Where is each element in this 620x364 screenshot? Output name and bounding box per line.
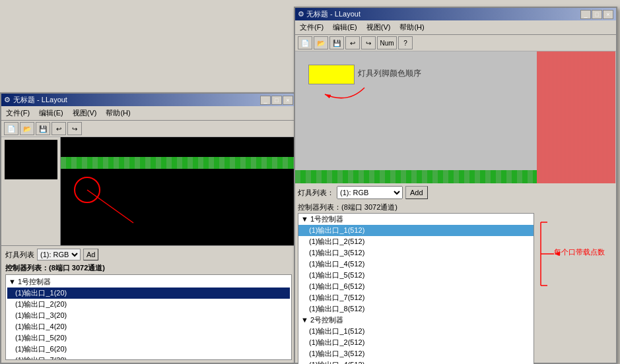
main-win-controls[interactable]: _ □ × xyxy=(580,10,613,19)
main-menu-bar: 文件(F) 编辑(E) 视图(V) 帮助(H) xyxy=(295,20,616,35)
port-annotation-svg xyxy=(534,213,613,345)
canvas-green-strip xyxy=(295,170,537,183)
bg-fixture-select[interactable]: (1): RGB xyxy=(37,249,81,260)
red-lines-area: // Draw many red vertical lines xyxy=(537,51,616,183)
bg-toolbar-undo[interactable]: ↩ xyxy=(52,122,66,135)
bg-menu-view[interactable]: 视图(V) xyxy=(71,107,99,119)
bg-toolbar-redo[interactable]: ↪ xyxy=(67,122,82,135)
svg-line-0 xyxy=(87,190,133,223)
main-fixture-add-btn[interactable]: Add xyxy=(405,186,428,199)
main-tree-port-1-7[interactable]: (1)输出口_7(512) xyxy=(298,292,534,303)
main-tree-port-1-3[interactable]: (1)输出口_3(512) xyxy=(298,247,534,258)
main-canvas: 灯具列脚颜色顺序 // Draw many red vertical lines xyxy=(295,51,616,183)
bg-toolbar-save[interactable]: 💾 xyxy=(36,122,50,135)
main-toolbar-new[interactable]: 📄 xyxy=(298,36,312,49)
main-tree-port-1-1[interactable]: (1)输出口_1(512) xyxy=(298,225,534,236)
bg-minimize-btn[interactable]: _ xyxy=(260,96,271,105)
main-bottom: 灯具列表： (1): RGB Add 控制器列表：(8端口 3072通道) ▼ … xyxy=(295,183,616,364)
bg-annotation-circle xyxy=(74,177,100,203)
bg-fixture-row: 灯具列表 (1): RGB Ad xyxy=(3,247,294,262)
main-maximize-btn[interactable]: □ xyxy=(592,10,602,19)
bg-tree-node-0[interactable]: ▼ 1号控制器 xyxy=(7,276,290,288)
main-menu-edit[interactable]: 编辑(E) xyxy=(331,22,359,33)
bg-toolbar: 📄 📂 💾 ↩ ↪ xyxy=(1,121,296,137)
bg-window-title: 无标题 - LLayout xyxy=(13,95,67,105)
bg-title-bar: ⚙ 无标题 - LLayout _ □ × xyxy=(1,94,296,106)
main-tree-port-1-5[interactable]: (1)输出口_5(512) xyxy=(298,270,534,281)
main-fixture-row: 灯具列表： (1): RGB Add xyxy=(298,186,613,199)
main-window: ⚙ 无标题 - LLayout _ □ × 文件(F) 编辑(E) 视图(V) … xyxy=(294,7,617,364)
main-toolbar-open[interactable]: 📂 xyxy=(314,36,328,49)
main-title-left: ⚙ 无标题 - LLayout xyxy=(298,9,361,19)
canvas-yellow-rect xyxy=(308,65,355,84)
color-order-annotation: 灯具列脚颜色顺序 xyxy=(358,68,421,79)
main-tree-controller-2[interactable]: ▼ 2号控制器 xyxy=(298,315,534,326)
bg-close-btn[interactable]: × xyxy=(283,96,293,105)
main-tree-controller-1[interactable]: ▼ 1号控制器 xyxy=(298,214,534,225)
main-fixture-select[interactable]: (1): RGB xyxy=(337,186,403,199)
main-fixture-label: 灯具列表： xyxy=(298,188,334,198)
bg-menu-edit[interactable]: 编辑(E) xyxy=(37,107,65,119)
main-toolbar-save[interactable]: 💾 xyxy=(329,36,344,49)
bg-toolbar-open[interactable]: 📂 xyxy=(20,122,34,135)
main-controller-area: ▼ 1号控制器 (1)输出口_1(512) (1)输出口_2(512) (1)输… xyxy=(298,213,613,364)
bg-title-left: ⚙ 无标题 - LLayout xyxy=(4,95,67,105)
background-window: ⚙ 无标题 - LLayout _ □ × 文件(F) 编辑(E) 视图(V) … xyxy=(0,92,297,364)
main-tree-port-2-3[interactable]: (1)输出口_3(512) xyxy=(298,348,534,359)
main-tree-port-1-2[interactable]: (1)输出口_2(512) xyxy=(298,236,534,247)
main-tree-port-2-1[interactable]: (1)输出口_1(512) xyxy=(298,326,534,337)
main-controller-header: 控制器列表：(8端口 3072通道) xyxy=(298,202,613,213)
bg-annotation-svg xyxy=(67,170,199,249)
main-controller-tree[interactable]: ▼ 1号控制器 (1)输出口_1(512) (1)输出口_2(512) (1)输… xyxy=(298,213,534,364)
main-close-btn[interactable]: × xyxy=(603,10,613,19)
main-menu-view[interactable]: 视图(V) xyxy=(364,22,393,33)
bg-toolbar-new[interactable]: 📄 xyxy=(4,122,18,135)
color-order-text: 灯具列脚颜色顺序 xyxy=(358,69,421,78)
main-minimize-btn[interactable]: _ xyxy=(580,10,591,19)
main-tree-port-1-4[interactable]: (1)输出口_4(512) xyxy=(298,258,534,270)
bg-tree-node-4[interactable]: (1)输出口_4(20) xyxy=(7,321,290,332)
main-toolbar-undo[interactable]: ↩ xyxy=(345,36,360,49)
main-tree-port-1-8[interactable]: (1)输出口_8(512) xyxy=(298,303,534,315)
bg-tree-node-2[interactable]: (1)输出口_2(20) xyxy=(7,299,290,310)
bg-win-controls[interactable]: _ □ × xyxy=(260,96,293,105)
bg-tree-node-3[interactable]: (1)输出口_3(20) xyxy=(7,310,290,321)
port-annotation-area: 每个口带载点数 xyxy=(534,213,613,364)
bg-controller-header: 控制器列表：(8端口 3072通道) xyxy=(5,263,292,273)
bg-controller-section: 控制器列表：(8端口 3072通道) ▼ 1号控制器 (1)输出口_1(20) … xyxy=(3,262,294,361)
bg-tree-node-1[interactable]: (1)输出口_1(20) xyxy=(7,288,290,299)
port-points-label: 每个口带载点数 xyxy=(554,247,605,257)
main-title-bar: ⚙ 无标题 - LLayout _ □ × xyxy=(295,8,616,20)
main-menu-help[interactable]: 帮助(H) xyxy=(397,22,426,33)
red-lines-svg: // Draw many red vertical lines xyxy=(537,51,616,183)
bg-tree-node-7[interactable]: (1)输出口_7(20) xyxy=(7,355,290,360)
bg-canvas-strip xyxy=(61,157,296,169)
bg-tree-node-6[interactable]: (1)输出口_6(20) xyxy=(7,344,290,355)
main-tree-port-2-2[interactable]: (1)输出口_2(512) xyxy=(298,337,534,348)
bg-tree-node-5[interactable]: (1)输出口_5(20) xyxy=(7,332,290,344)
bg-maximize-btn[interactable]: □ xyxy=(271,96,282,105)
bg-controller-tree[interactable]: ▼ 1号控制器 (1)输出口_1(20) (1)输出口_2(20) (1)输出口… xyxy=(5,274,292,360)
bg-add-btn[interactable]: Ad xyxy=(83,249,98,260)
bg-menu-bar: 文件(F) 编辑(E) 视图(V) 帮助(H) xyxy=(1,106,296,121)
bg-menu-help[interactable]: 帮助(H) xyxy=(104,107,132,119)
main-app-icon: ⚙ xyxy=(298,10,304,18)
main-tree-port-1-6[interactable]: (1)输出口_6(512) xyxy=(298,281,534,292)
bg-fixture-label: 灯具列表 xyxy=(5,250,34,260)
main-toolbar-num[interactable]: Num xyxy=(377,36,397,49)
bg-app-icon: ⚙ xyxy=(4,96,11,104)
bg-bottom-section: 灯具列表 (1): RGB Ad 控制器列表：(8端口 3072通道) ▼ 1号… xyxy=(1,245,296,363)
main-toolbar: 📄 📂 💾 ↩ ↪ Num ? xyxy=(295,35,616,51)
main-toolbar-help2[interactable]: ? xyxy=(398,36,413,49)
bg-preview xyxy=(5,140,57,179)
main-window-title: 无标题 - LLayout xyxy=(306,10,361,18)
bg-menu-file[interactable]: 文件(F) xyxy=(4,107,32,119)
main-tree-port-2-4[interactable]: (1)输出口_4(512) xyxy=(298,359,534,364)
main-toolbar-redo[interactable]: ↪ xyxy=(361,36,376,49)
main-menu-file[interactable]: 文件(F) xyxy=(298,22,326,33)
